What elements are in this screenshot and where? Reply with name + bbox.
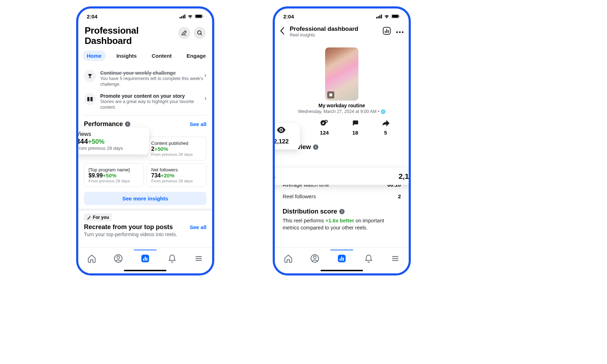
battery-icon — [195, 14, 204, 18]
comment-icon — [352, 119, 359, 127]
status-indicators — [180, 14, 204, 18]
nav-insights[interactable] — [137, 252, 153, 265]
page-title: Professional Dashboard — [85, 25, 138, 46]
nav-menu[interactable] — [191, 252, 206, 265]
back-button[interactable] — [278, 25, 286, 38]
svg-rect-31 — [388, 30, 388, 33]
wifi-icon — [384, 14, 390, 18]
stat-comments[interactable]: 18 — [352, 119, 359, 136]
status-bar: 2:04 — [275, 8, 409, 24]
phone-dashboard: 2:04 Professional Dashboard — [76, 6, 214, 275]
chevron-right-icon: › — [204, 72, 206, 79]
tab-content[interactable]: Content — [147, 51, 176, 61]
views-metric-popout[interactable]: Views 344+50% From previous 28 days — [76, 127, 149, 154]
home-indicator[interactable] — [124, 270, 166, 271]
svg-rect-10 — [91, 97, 93, 101]
svg-point-12 — [117, 256, 120, 258]
nav-insights[interactable] — [334, 252, 350, 265]
svg-rect-16 — [146, 257, 147, 261]
challenge-sub: You have 5 requirements left to complete… — [100, 76, 206, 87]
recreate-title: Recreate from your top posts — [84, 223, 173, 231]
dashboard-content[interactable]: Continue your weekly challenge You have … — [78, 69, 212, 247]
nav-profile[interactable] — [307, 252, 323, 265]
status-time: 2:04 — [283, 13, 294, 19]
compose-button[interactable] — [178, 27, 190, 39]
svg-point-37 — [280, 129, 282, 131]
svg-rect-21 — [378, 16, 379, 18]
bottom-nav — [275, 247, 409, 273]
recreate-sub: Turn your top-performing videos into ree… — [78, 232, 212, 237]
battery-icon — [391, 14, 400, 18]
views-overview-popout[interactable]: Views 2,122 — [273, 168, 411, 185]
svg-rect-9 — [87, 97, 90, 101]
status-indicators — [376, 14, 400, 18]
info-icon[interactable]: i — [313, 144, 318, 150]
more-options-button[interactable] — [396, 28, 404, 35]
views-stat-popout[interactable]: 2,122 — [273, 123, 300, 149]
nav-notifications[interactable] — [164, 252, 180, 265]
overview-reel-followers: Reel followers 2 — [283, 190, 401, 202]
svg-rect-20 — [376, 17, 377, 18]
stat-reactions[interactable]: 124 — [320, 119, 329, 136]
svg-rect-23 — [381, 15, 382, 18]
promote-story-row[interactable]: Promote your content on your story Stori… — [78, 90, 212, 113]
reel-badge-icon — [327, 91, 334, 98]
info-icon[interactable]: i — [339, 209, 345, 214]
tab-engage[interactable]: Engage — [182, 51, 210, 61]
svg-point-33 — [399, 32, 401, 33]
svg-rect-14 — [143, 258, 144, 261]
performance-see-all[interactable]: See all — [189, 121, 206, 127]
svg-rect-6 — [203, 16, 204, 17]
search-button[interactable] — [194, 27, 206, 39]
info-icon[interactable]: i — [125, 121, 130, 127]
metric-top-program[interactable]: [Top program name] $9.99+50% From previo… — [84, 163, 144, 187]
svg-rect-3 — [185, 15, 186, 18]
cellular-signal-icon — [180, 15, 186, 18]
nav-notifications[interactable] — [361, 252, 376, 265]
svg-point-24 — [386, 17, 387, 18]
svg-rect-26 — [392, 15, 398, 18]
for-you-pill: For you — [84, 214, 112, 221]
nav-home[interactable] — [280, 252, 296, 265]
recreate-see-all[interactable]: See all — [189, 224, 206, 230]
tab-insights[interactable]: Insights — [112, 51, 141, 61]
svg-rect-43 — [343, 257, 344, 261]
metric-net-followers[interactable]: Net followers 734+20% From previous 28 d… — [147, 163, 206, 187]
svg-rect-41 — [340, 258, 341, 261]
wand-icon — [87, 215, 91, 220]
svg-point-39 — [314, 256, 317, 258]
performance-title: Performance — [84, 120, 123, 128]
svg-rect-30 — [386, 29, 387, 33]
svg-point-34 — [402, 32, 404, 33]
svg-rect-29 — [385, 31, 386, 33]
like-icon — [320, 119, 329, 127]
svg-rect-0 — [180, 17, 181, 18]
svg-line-8 — [200, 34, 202, 35]
reel-thumbnail[interactable] — [325, 47, 358, 101]
home-indicator[interactable] — [320, 270, 363, 271]
header-title: Professional dashboard — [290, 25, 379, 33]
tab-home[interactable]: Home — [83, 51, 106, 61]
nav-profile[interactable] — [110, 252, 126, 265]
challenge-title: Continue your weekly challenge — [100, 70, 206, 76]
status-bar: 2:04 — [78, 8, 212, 24]
metric-content-published[interactable]: Content published 2+50% From previous 28… — [147, 137, 206, 160]
eye-icon — [273, 127, 296, 135]
svg-rect-15 — [145, 256, 146, 261]
nav-menu[interactable] — [387, 252, 403, 265]
svg-point-7 — [198, 31, 201, 34]
trophy-icon — [84, 70, 96, 82]
svg-rect-42 — [341, 256, 342, 261]
insights-icon-button[interactable] — [382, 27, 391, 36]
status-time: 2:04 — [87, 13, 97, 19]
phone-reel-insights: 2:04 Professional dashboard Reel insight… — [273, 6, 411, 275]
weekly-challenge-row[interactable]: Continue your weekly challenge You have … — [78, 69, 212, 90]
stat-shares[interactable]: 5 — [382, 119, 390, 136]
cellular-signal-icon — [376, 15, 382, 18]
chevron-right-icon: › — [204, 95, 206, 102]
see-more-insights-button[interactable]: See more insights — [84, 192, 206, 205]
svg-rect-2 — [183, 15, 184, 18]
svg-rect-1 — [181, 16, 182, 18]
performance-header: Performance i See all — [78, 118, 212, 128]
nav-home[interactable] — [84, 252, 100, 265]
